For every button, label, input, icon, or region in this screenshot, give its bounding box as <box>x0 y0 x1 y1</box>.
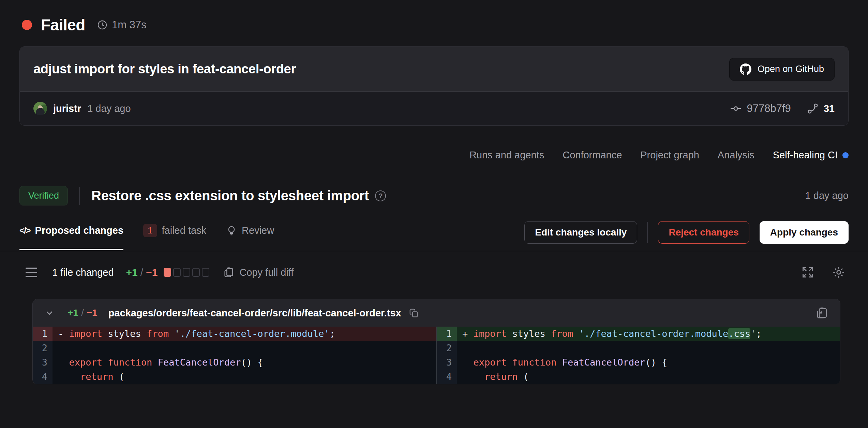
clock-icon <box>97 19 108 30</box>
tabs-row: </> Proposed changes 1 failed task Revie… <box>0 221 868 251</box>
tab-failed-task-label: failed task <box>162 225 207 236</box>
diff-line: 4 return ( <box>437 370 840 384</box>
open-on-github-button[interactable]: Open on GitHub <box>729 58 835 81</box>
duration-text: 1m 37s <box>112 19 147 31</box>
commit-sha: 9778b7f9 <box>747 102 791 115</box>
line-number: 3 <box>33 355 53 370</box>
diffstat: +1 / −1 <box>126 267 158 278</box>
nav-item-self-healing-ci[interactable]: Self-healing CI <box>773 149 849 161</box>
diff-file-card: +1 / −1 packages/orders/feat-cancel-orde… <box>32 299 840 384</box>
copy-path-button[interactable] <box>409 308 419 318</box>
branch-count: 31 <box>824 103 835 114</box>
failed-count-badge: 1 <box>143 224 157 237</box>
nav-active-label: Self-healing CI <box>773 149 838 161</box>
tab-failed-task[interactable]: 1 failed task <box>143 224 206 251</box>
code-line: + import styles from './feat-cancel-orde… <box>457 327 840 341</box>
divider <box>79 187 80 205</box>
tabs: </> Proposed changes 1 failed task Revie… <box>19 221 274 251</box>
duration: 1m 37s <box>97 19 147 31</box>
file-path: packages/orders/feat-cancel-order/src/li… <box>108 308 401 319</box>
author-name: juristr <box>53 103 81 114</box>
expand-fullscreen-button[interactable] <box>801 266 814 279</box>
verified-badge: Verified <box>19 186 68 205</box>
additions-count: +1 <box>126 267 138 278</box>
commit-time: 1 day ago <box>87 103 131 114</box>
line-number: 2 <box>33 341 53 355</box>
commit-card-meta: juristr 1 day ago 9778b7f9 31 <box>20 91 848 125</box>
github-icon <box>740 63 751 75</box>
fix-time: 1 day ago <box>805 190 849 201</box>
line-number: 1 <box>437 327 457 341</box>
expand-icon <box>801 266 814 279</box>
code-line: return ( <box>457 370 840 384</box>
avatar[interactable] <box>33 102 47 115</box>
git-branch-icon <box>807 102 819 115</box>
code-line: - import styles from './feat-cancel-orde… <box>53 327 436 341</box>
diff-pane-new[interactable]: 1+ import styles from './feat-cancel-ord… <box>436 327 840 384</box>
clipboard-file-icon <box>815 306 828 319</box>
nav-item-project-graph[interactable]: Project graph <box>640 149 699 161</box>
action-buttons: Edit changes locally Reject changes Appl… <box>524 221 849 244</box>
file-diffstat: +1 / −1 <box>68 308 98 318</box>
failed-status-icon <box>22 20 32 30</box>
diff-toolbar-right <box>801 266 845 279</box>
diff-line: 2 <box>33 341 436 355</box>
tab-review-label: Review <box>242 225 274 236</box>
divider <box>647 222 648 243</box>
apply-changes-button[interactable]: Apply changes <box>760 221 849 244</box>
line-number: 2 <box>437 341 457 355</box>
commit-card: adjust import for styles in feat-cancel-… <box>19 46 849 126</box>
code-line: return ( <box>53 370 436 384</box>
copy-icon <box>409 308 419 318</box>
commit-sha-item[interactable]: 9778b7f9 <box>730 102 791 115</box>
diff-line: 2 <box>437 341 840 355</box>
fix-header: Verified Restore .css extension to style… <box>19 186 849 205</box>
commit-refs: 9778b7f9 31 <box>730 102 835 115</box>
file-list-menu-icon[interactable] <box>26 268 37 277</box>
code-line: export function FeatCancelOrder() { <box>53 355 436 370</box>
tab-proposed-changes[interactable]: </> Proposed changes <box>19 225 123 250</box>
diff-body: 1- import styles from './feat-cancel-ord… <box>33 327 840 384</box>
code-line: export function FeatCancelOrder() { <box>457 355 840 370</box>
copy-full-diff-label: Copy full diff <box>239 267 294 278</box>
diff-line: 4 return ( <box>33 370 436 384</box>
files-changed-label: 1 file changed <box>52 267 114 278</box>
self-healing-ci-page: Failed 1m 37s adjust import for styles i… <box>0 16 868 428</box>
diff-line: 3 export function FeatCancelOrder() { <box>33 355 436 370</box>
copy-full-diff-button[interactable]: Copy full diff <box>223 267 294 278</box>
copy-file-diff-button[interactable] <box>815 306 828 319</box>
line-number: 4 <box>437 370 457 384</box>
edit-changes-locally-button[interactable]: Edit changes locally <box>524 221 637 244</box>
collapse-chevron-icon[interactable] <box>44 308 55 318</box>
commit-author: juristr 1 day ago <box>33 102 131 115</box>
line-number: 4 <box>33 370 53 384</box>
nav-item-conformance[interactable]: Conformance <box>563 149 622 161</box>
settings-button[interactable] <box>832 266 845 279</box>
reject-changes-button[interactable]: Reject changes <box>658 221 749 244</box>
help-icon[interactable]: ? <box>375 190 386 201</box>
tab-review[interactable]: Review <box>226 225 274 250</box>
diffstat-blocks <box>164 268 209 277</box>
notification-dot-icon <box>842 152 849 158</box>
diff-line: 1- import styles from './feat-cancel-ord… <box>33 327 436 341</box>
github-button-label: Open on GitHub <box>758 64 824 74</box>
diff-file-header: +1 / −1 packages/orders/feat-cancel-orde… <box>33 299 840 327</box>
nav-item-runs-and-agents[interactable]: Runs and agents <box>469 149 544 161</box>
clipboard-icon <box>223 267 235 278</box>
diff-line: 1+ import styles from './feat-cancel-ord… <box>437 327 840 341</box>
diff-pane-old[interactable]: 1- import styles from './feat-cancel-ord… <box>33 327 436 384</box>
diff-line: 3 export function FeatCancelOrder() { <box>437 355 840 370</box>
tab-proposed-changes-label: Proposed changes <box>35 225 123 236</box>
commit-title: adjust import for styles in feat-cancel-… <box>33 62 296 76</box>
line-number: 3 <box>437 355 457 370</box>
code-line <box>457 341 840 355</box>
status-label: Failed <box>41 16 85 34</box>
diff-toolbar: 1 file changed +1 / −1 Copy full diff <box>26 266 845 279</box>
branch-item[interactable]: 31 <box>807 102 835 115</box>
code-line <box>53 341 436 355</box>
gear-icon <box>832 266 845 279</box>
nav-item-analysis[interactable]: Analysis <box>718 149 754 161</box>
top-nav: Runs and agents Conformance Project grap… <box>19 149 849 161</box>
status-header: Failed 1m 37s <box>22 16 848 34</box>
commit-icon <box>730 102 742 115</box>
